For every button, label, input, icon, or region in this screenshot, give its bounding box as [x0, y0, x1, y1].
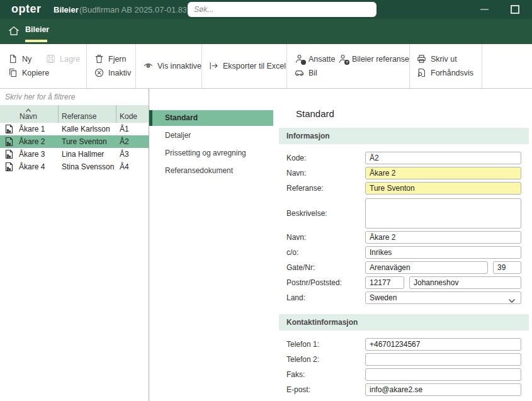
copy-icon: [8, 67, 18, 78]
form-row-beskrivelse: Beskrivelse:: [273, 198, 532, 229]
printer-icon: [416, 54, 427, 64]
opter-logo: opter: [11, 3, 42, 16]
column-separator[interactable]: [58, 105, 59, 123]
cell-kode: Å3: [120, 150, 129, 159]
cell-navn: Åkare 2: [19, 137, 45, 146]
land-selected-value: Sweden: [370, 293, 397, 302]
save-icon: [45, 54, 56, 64]
preview-label: Forhåndsvis: [431, 69, 473, 77]
land-dropdown[interactable]: Sweden: [365, 291, 521, 304]
employees-button[interactable]: Ansatte: [294, 54, 335, 64]
kode-label: Kode:: [286, 152, 306, 164]
vehicle-label: Bil: [308, 69, 317, 77]
nav-item-prissetting[interactable]: Prissetting og avregning: [149, 145, 273, 161]
copy-button[interactable]: Kopiere: [8, 67, 49, 78]
table-row-selected[interactable]: Åkare 2 Ture Sventon Å2: [0, 135, 149, 148]
column-separator[interactable]: [116, 105, 116, 123]
show-inactive-label: Vis innaktive: [157, 62, 201, 71]
new-document-icon: [8, 54, 18, 64]
cell-navn: Åkare 4: [19, 162, 45, 171]
form-row-navn: Navn:: [273, 167, 532, 179]
telefon1-field[interactable]: [365, 338, 521, 351]
trash-icon: [94, 54, 105, 64]
cell-referanse: Kalle Karlsson: [62, 125, 110, 133]
telefon2-field[interactable]: [365, 353, 521, 366]
tab-bileier[interactable]: Bileier: [25, 25, 49, 34]
show-inactive-button[interactable]: Vis innaktive: [143, 60, 201, 71]
navn2-field[interactable]: [365, 231, 521, 244]
vehicle-button[interactable]: Bil: [294, 67, 317, 78]
table-row[interactable]: Åkare 3 Lina Hallmer Å3: [0, 148, 149, 161]
column-header-kode[interactable]: Kode: [120, 112, 137, 121]
cell-referanse: Ture Sventon: [62, 137, 107, 146]
epost-field[interactable]: [365, 383, 521, 396]
print-button[interactable]: Skriv ut: [416, 54, 457, 64]
export-excel-button[interactable]: Eksporter til Excel: [208, 60, 286, 71]
referanse-field[interactable]: [365, 182, 521, 195]
remove-button[interactable]: Fjern: [94, 54, 126, 64]
section-informasjon-title: Informasjon: [286, 132, 330, 140]
app-window: opter Bileier (Budfirman AB 2025.07-01.8…: [0, 0, 532, 401]
window-title: Bileier: [54, 5, 79, 14]
tab-bar: Bileier: [0, 19, 532, 44]
section-kontakt-title: Kontaktinformasjon: [286, 318, 358, 327]
column-header-referanse[interactable]: Referanse: [62, 112, 96, 121]
table-row[interactable]: Åkare 1 Kalle Karlsson Å1: [0, 123, 149, 135]
home-icon[interactable]: [8, 25, 20, 37]
maximize-button[interactable]: [511, 5, 519, 14]
toolbar-separator: [86, 44, 87, 88]
owner-reference-button[interactable]: ? Bileier referanse: [337, 54, 409, 64]
employee-badge: [301, 60, 306, 65]
poststed-field[interactable]: [409, 276, 521, 289]
telefon2-label: Telefon 2:: [286, 353, 319, 366]
minimize-button[interactable]: [480, 9, 489, 10]
faks-field[interactable]: [365, 368, 521, 381]
nav-item-detaljer[interactable]: Detaljer: [149, 128, 273, 144]
postnr-field[interactable]: [365, 276, 404, 289]
gate-label: Gate/Nr:: [286, 261, 315, 274]
inactive-button[interactable]: Inaktiv: [94, 67, 131, 78]
nav-item-referansedokument[interactable]: Referansedokument: [149, 163, 273, 179]
cell-kode: Å2: [120, 137, 129, 146]
new-button-label: Ny: [22, 55, 31, 64]
toolbar-separator: [482, 44, 482, 88]
employees-label: Ansatte: [308, 55, 335, 64]
new-button[interactable]: Ny: [8, 54, 31, 64]
epost-label: E-post:: [286, 383, 310, 396]
nav-item-standard[interactable]: Standard: [149, 110, 273, 126]
gate-nr-field[interactable]: [493, 261, 521, 274]
form-heading: Standard: [296, 108, 334, 119]
postnr-label: Postnr/Poststed:: [286, 276, 342, 289]
search-input[interactable]: [188, 2, 376, 17]
form-row-telefon1: Telefon 1:: [273, 338, 532, 351]
table-row[interactable]: Åkare 4 Stina Svensson Å4: [0, 161, 149, 173]
save-button[interactable]: Lagre: [45, 54, 80, 64]
column-header-navn[interactable]: Navn: [20, 112, 37, 121]
inactive-button-label: Inaktiv: [108, 69, 131, 77]
toolbar-separator: [201, 44, 202, 88]
section-informasjon: Informasjon: [279, 128, 529, 144]
form-row-co: c/o:: [273, 246, 532, 259]
gate-field[interactable]: [365, 261, 488, 274]
preview-icon: [416, 67, 427, 78]
owner-reference-label: Bileier referanse: [352, 55, 409, 64]
list-header[interactable]: Navn Referanse Kode: [0, 105, 149, 123]
co-field[interactable]: [365, 246, 521, 259]
co-label: c/o:: [286, 246, 298, 259]
cell-navn: Åkare 3: [19, 150, 45, 159]
filter-input[interactable]: [0, 89, 149, 105]
detail-nav-panel: Standard Detaljer Prissetting og avregni…: [149, 89, 273, 401]
toolbar-separator: [135, 44, 136, 88]
sort-ascending-icon: [25, 106, 31, 110]
navn2-label: Navn:: [286, 231, 306, 244]
form-row-faks: Faks:: [273, 368, 532, 381]
beskrivelse-field[interactable]: [365, 198, 521, 229]
toolbar: Ny Lagre Kopiere Fjern Inaktiv Vis innak…: [0, 44, 532, 89]
kode-field[interactable]: [365, 152, 521, 164]
remove-button-label: Fjern: [108, 55, 126, 64]
export-excel-label: Eksporter til Excel: [223, 62, 286, 71]
preview-button[interactable]: Forhåndsvis: [416, 67, 473, 78]
cell-referanse: Lina Hallmer: [62, 150, 104, 159]
navn-field[interactable]: [365, 167, 521, 179]
form-row-gate: Gate/Nr:: [273, 261, 532, 274]
